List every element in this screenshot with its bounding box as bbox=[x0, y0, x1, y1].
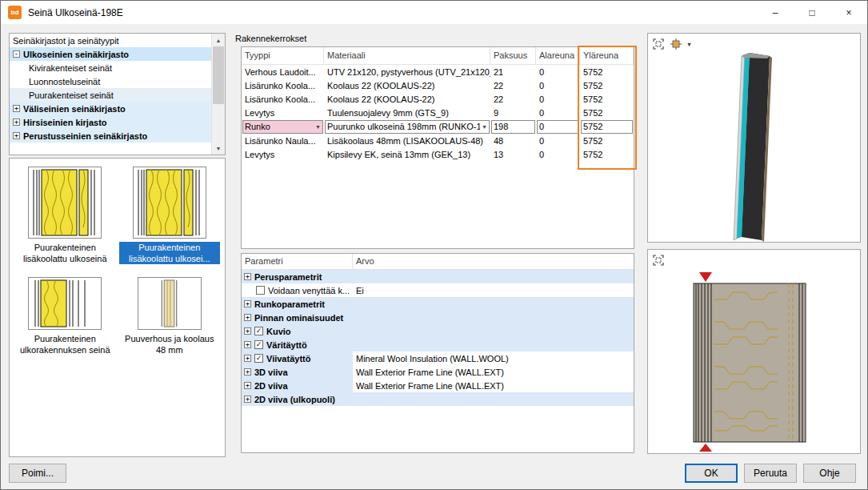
layers-column-header: Alareuna bbox=[536, 47, 580, 64]
param-column-parametri: Parametri bbox=[242, 254, 353, 269]
layer-material-value: Puurunko ulkoseinä 198mm (RUNKO-198) bbox=[327, 122, 480, 131]
expand-icon[interactable]: + bbox=[13, 105, 20, 112]
tree-item[interactable]: Luonnosteluseinät bbox=[10, 74, 211, 88]
parameter-row[interactable]: +Runkoparametrit bbox=[242, 297, 634, 311]
expand-icon[interactable]: + bbox=[244, 314, 251, 321]
app-icon: bd bbox=[8, 6, 22, 19]
zoom-fit-icon[interactable] bbox=[651, 37, 666, 51]
expand-icon[interactable]: + bbox=[244, 341, 251, 348]
parameter-label: Perusparametrit bbox=[254, 272, 322, 282]
parameter-row[interactable]: +✓Väritäyttö bbox=[242, 338, 634, 351]
close-icon[interactable]: × bbox=[830, 1, 867, 24]
layer-cell-materiaali: Tuulensuojalevy 9mm (GTS_9) bbox=[324, 106, 490, 119]
parameter-label: 2D viiva bbox=[254, 381, 288, 391]
layers-column-header: Yläreuna bbox=[580, 47, 634, 64]
expand-icon[interactable]: + bbox=[13, 118, 20, 126]
tree-item[interactable]: Kivirakenteiset seinät bbox=[10, 61, 211, 74]
zoom-fit-icon[interactable] bbox=[651, 253, 666, 267]
scrollbar-track[interactable] bbox=[212, 46, 225, 142]
pick-button[interactable]: Poimi... bbox=[9, 464, 66, 483]
checkbox-checked[interactable]: ✓ bbox=[254, 340, 263, 349]
layers-table-header: TyyppiMateriaaliPaksuusAlareunaYläreuna bbox=[242, 47, 634, 65]
layer-row[interactable]: Lisärunko Naula...Lisäkoolaus 48mm (LISA… bbox=[242, 134, 634, 147]
parameter-row[interactable]: +✓Kuvio bbox=[242, 324, 634, 338]
parameter-row[interactable]: +3D viivaWall Exterior Frame Line (WALL.… bbox=[242, 365, 634, 379]
layer-row[interactable]: Lisärunko Koola...Koolaus 22 (KOOLAUS-22… bbox=[242, 92, 634, 106]
help-button[interactable]: Ohje bbox=[803, 464, 856, 483]
tree-item-label: Puurakenteiset seinät bbox=[29, 90, 114, 100]
window-controls: – □ × bbox=[757, 1, 867, 24]
layer-cell-paksuus: 13 bbox=[490, 147, 536, 161]
parameter-row[interactable]: +Pinnan ominaisuudet bbox=[242, 311, 634, 324]
expand-icon[interactable]: + bbox=[244, 382, 251, 389]
parameter-row[interactable]: +✓ViivatäyttöMineral Wool Insulation (WA… bbox=[242, 351, 634, 365]
maximize-icon[interactable]: □ bbox=[794, 1, 830, 24]
checkbox-checked[interactable]: ✓ bbox=[254, 354, 263, 363]
checkbox-unchecked[interactable] bbox=[256, 286, 265, 295]
layers-table: TyyppiMateriaaliPaksuusAlareunaYläreuna … bbox=[241, 46, 634, 249]
layer-cell-paksuus: 9 bbox=[490, 106, 536, 119]
scrollbar-thumb[interactable] bbox=[213, 46, 224, 104]
tree-item-label: Hirsiseinien kirjasto bbox=[23, 118, 107, 127]
thumbnail-item[interactable]: Puurakenteinen lisäkoolattu ulkosei... bbox=[118, 167, 222, 264]
layer-row[interactable]: Lisärunko Koola...Koolaus 22 (KOOLAUS-22… bbox=[242, 78, 634, 92]
layer-thickness-input[interactable] bbox=[491, 120, 535, 134]
ok-button[interactable]: OK bbox=[685, 464, 738, 483]
checkbox-checked[interactable]: ✓ bbox=[254, 327, 263, 335]
expand-icon[interactable]: + bbox=[244, 327, 251, 335]
parameter-label: 3D viiva bbox=[254, 368, 288, 377]
layer-cell-ylareuna: 5752 bbox=[580, 78, 634, 92]
tree-item[interactable]: Puurakenteiset seinät bbox=[10, 88, 211, 102]
parameter-row[interactable]: +2D viiva (ulkopuoli) bbox=[242, 392, 634, 406]
layer-row[interactable]: Verhous Laudoit...UTV 21x120, pystyverho… bbox=[242, 65, 634, 78]
parameter-value: Ei bbox=[353, 286, 634, 295]
tree-item[interactable]: -Ulkoseinien seinäkirjasto bbox=[10, 47, 211, 61]
layer-type-combobox[interactable]: Runko▼ bbox=[242, 120, 323, 134]
layer-material-combobox[interactable]: Puurunko ulkoseinä 198mm (RUNKO-198)▼ bbox=[325, 120, 490, 134]
layer-top-edge-input[interactable] bbox=[581, 120, 633, 134]
tree-item-label: Perustusseinien seinäkirjasto bbox=[23, 131, 147, 141]
expand-icon[interactable]: + bbox=[244, 273, 251, 280]
layer-cell-tyyppi: Levytys bbox=[242, 147, 324, 161]
layer-cell-alareuna: 0 bbox=[536, 147, 580, 161]
scroll-up-icon[interactable]: ▲ bbox=[212, 34, 225, 46]
parameter-label: Runkoparametrit bbox=[254, 299, 325, 309]
view-orientation-icon[interactable] bbox=[669, 37, 683, 51]
parameter-row[interactable]: +Perusparametrit bbox=[242, 270, 634, 283]
layer-cell-paksuus: 21 bbox=[490, 65, 536, 78]
wall-section-preview bbox=[648, 250, 860, 453]
layer-row[interactable]: Runko▼Puurunko ulkoseinä 198mm (RUNKO-19… bbox=[242, 119, 634, 134]
scroll-down-icon[interactable]: ▼ bbox=[212, 142, 225, 155]
layer-cell-materiaali: Koolaus 22 (KOOLAUS-22) bbox=[324, 78, 490, 92]
chevron-down-icon[interactable]: ▼ bbox=[686, 42, 692, 47]
tree-scrollbar[interactable]: ▲ ▼ bbox=[211, 34, 225, 155]
layer-row[interactable]: LevytysKipsilevy EK, seinä 13mm (GEK_13)… bbox=[242, 147, 634, 161]
tree-item[interactable]: +Perustusseinien seinäkirjasto bbox=[10, 129, 211, 143]
parameter-value: Wall Exterior Frame Line (WALL.EXT) bbox=[353, 368, 634, 377]
expand-icon[interactable]: + bbox=[244, 396, 251, 403]
thumbnail-grid: Puurakenteinen lisäkoolattu ulkoseinäPuu… bbox=[10, 159, 225, 355]
chevron-down-icon: ▼ bbox=[482, 124, 487, 130]
expand-icon[interactable]: + bbox=[244, 368, 251, 376]
layer-type-value: Runko bbox=[245, 122, 270, 131]
parameter-row[interactable]: +2D viivaWall Exterior Frame Line (WALL.… bbox=[242, 379, 634, 392]
layer-row[interactable]: LevytysTuulensuojalevy 9mm (GTS_9)905752 bbox=[242, 106, 634, 119]
tree-item[interactable]: +Väliseinien seinäkirjasto bbox=[10, 102, 211, 115]
expand-icon[interactable]: + bbox=[244, 300, 251, 307]
parameter-label: Pinnan ominaisuudet bbox=[254, 313, 343, 323]
collapse-icon[interactable]: - bbox=[13, 50, 20, 58]
preview-3d-toolbar: ▼ bbox=[651, 37, 692, 51]
cancel-button[interactable]: Peruuta bbox=[744, 464, 797, 483]
titlebar: bd Seinä Ulkoseinä-198E – □ × bbox=[1, 1, 867, 25]
thumbnail-item[interactable]: Puurakenteinen ulkorakennuksen seinä bbox=[13, 277, 118, 355]
thumbnail-item[interactable]: Puurakenteinen lisäkoolattu ulkoseinä bbox=[13, 167, 118, 264]
layer-bottom-edge-input[interactable] bbox=[537, 120, 579, 134]
layer-cell-tyyppi: Lisärunko Koola... bbox=[242, 92, 324, 106]
parameter-row[interactable]: Voidaan venyttää k...Ei bbox=[242, 283, 634, 297]
thumbnail-item[interactable]: Puuverhous ja koolaus 48 mm bbox=[118, 277, 222, 355]
expand-icon[interactable]: + bbox=[244, 355, 251, 362]
layer-cell-alareuna: 0 bbox=[536, 134, 580, 147]
expand-icon[interactable]: + bbox=[13, 132, 20, 139]
tree-item[interactable]: +Hirsiseinien kirjasto bbox=[10, 115, 211, 129]
minimize-icon[interactable]: – bbox=[757, 1, 794, 24]
